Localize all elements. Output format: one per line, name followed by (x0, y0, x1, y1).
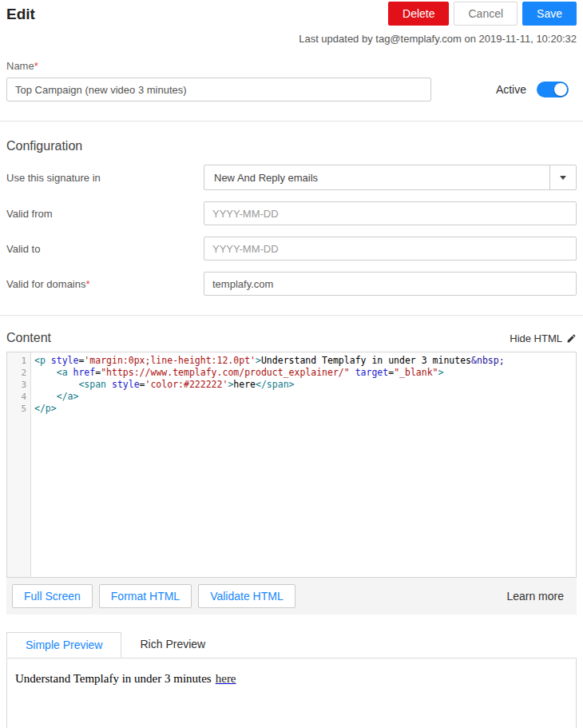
required-asterisk: * (34, 60, 38, 72)
valid-from-label: Valid from (6, 208, 204, 220)
required-asterisk: * (85, 278, 89, 290)
name-row: Active (6, 78, 577, 101)
line-number: 2 (7, 367, 26, 379)
toggle-knob (554, 83, 567, 96)
content-header: Content Hide HTML (6, 331, 577, 345)
signature-usage-label: Use this signature in (6, 172, 204, 184)
validate-html-button[interactable]: Validate HTML (198, 584, 295, 608)
header: Edit Delete Cancel Save (6, 0, 577, 26)
valid-from-input[interactable] (204, 201, 577, 225)
valid-to-input[interactable] (204, 237, 577, 261)
tab-simple-preview[interactable]: Simple Preview (6, 632, 121, 658)
valid-domains-label-text: Valid for domains (6, 278, 85, 290)
format-html-button[interactable]: Format HTML (99, 584, 192, 608)
signature-usage-select[interactable]: New And Reply emails (204, 165, 577, 190)
line-number: 3 (7, 379, 26, 391)
form-row-valid-to: Valid to (6, 237, 577, 261)
page-title: Edit (6, 6, 35, 23)
chevron-down-icon[interactable] (549, 165, 576, 189)
line-number: 1 (7, 355, 26, 367)
code-line[interactable]: </a> (34, 391, 576, 403)
tab-rich-preview[interactable]: Rich Preview (121, 632, 224, 658)
form-row-valid-domains: Valid for domains* (6, 272, 577, 296)
line-number: 4 (7, 391, 26, 403)
html-code-editor[interactable]: 12345 <p style='margin:0px;line-height:1… (6, 352, 577, 578)
signature-usage-field: New And Reply emails (204, 165, 577, 190)
valid-from-field (204, 201, 577, 225)
section-divider (0, 121, 583, 121)
valid-domains-field (204, 272, 577, 296)
code-line[interactable]: <span style='color:#222222'>here</span> (34, 379, 576, 391)
editor-code[interactable]: <p style='margin:0px;line-height:12.0pt'… (31, 352, 576, 577)
pencil-icon (566, 333, 577, 344)
line-number: 5 (7, 403, 26, 415)
signature-usage-value: New And Reply emails (204, 165, 549, 189)
editor-toolbar: Full Screen Format HTML Validate HTML Le… (6, 578, 577, 615)
preview-text: Understand Templafy in under 3 minutes (15, 672, 212, 685)
simple-preview-pane: Understand Templafy in under 3 minuteshe… (6, 658, 577, 728)
editor-gutter: 12345 (7, 352, 31, 577)
header-actions: Delete Cancel Save (388, 2, 577, 26)
valid-to-field (204, 237, 577, 261)
active-label: Active (496, 83, 526, 96)
code-line[interactable]: <p style='margin:0px;line-height:12.0pt'… (34, 355, 576, 367)
form-row-signature-usage: Use this signature in New And Reply emai… (6, 165, 577, 190)
name-label: Name* (6, 60, 577, 72)
cancel-button[interactable]: Cancel (454, 2, 518, 26)
name-label-text: Name (6, 60, 34, 72)
code-line[interactable]: <a href="https://www.templafy.com/produc… (34, 367, 576, 379)
save-button[interactable]: Save (522, 2, 577, 26)
full-screen-button[interactable]: Full Screen (12, 584, 93, 608)
configuration-heading: Configuration (6, 139, 577, 153)
name-input[interactable] (6, 78, 431, 101)
hide-html-label: Hide HTML (510, 332, 562, 344)
section-divider (0, 315, 583, 316)
valid-domains-input[interactable] (204, 272, 577, 296)
caret-shape (560, 176, 566, 180)
form-row-valid-from: Valid from (6, 201, 577, 225)
preview-tabs: Simple Preview Rich Preview (6, 632, 577, 658)
content-heading: Content (6, 331, 51, 345)
active-toggle-group: Active (496, 82, 577, 97)
valid-domains-label: Valid for domains* (6, 278, 204, 290)
code-line[interactable]: </p> (34, 403, 576, 415)
hide-html-button[interactable]: Hide HTML (510, 332, 577, 344)
last-updated-text: Last updated by tag@templafy.com on 2019… (6, 33, 577, 45)
delete-button[interactable]: Delete (388, 2, 449, 26)
learn-more-link[interactable]: Learn more (506, 590, 571, 603)
active-toggle[interactable] (537, 82, 569, 97)
edit-signature-page: Edit Delete Cancel Save Last updated by … (0, 0, 583, 728)
valid-to-label: Valid to (6, 243, 204, 255)
preview-here-link[interactable]: here (216, 672, 236, 685)
preview-here-link-text: here (216, 672, 236, 685)
